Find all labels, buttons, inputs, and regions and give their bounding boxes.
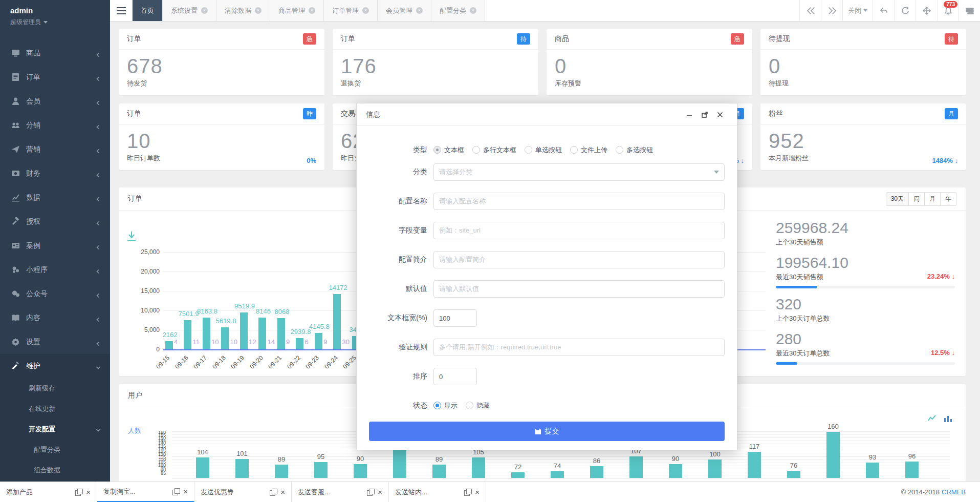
tab-close-icon[interactable]: × [309,7,315,14]
sidebar-subitem-组合数据[interactable]: 组合数据 [0,460,110,480]
sidebar-item-维护[interactable]: 维护 [0,354,110,378]
sidebar-item-授权[interactable]: 授权 [0,210,110,234]
sidebar-item-设置[interactable]: 设置 [0,330,110,354]
username: admin [10,6,110,15]
field-label: 默认值 [357,284,427,294]
sidebar-item-商品[interactable]: 商品 [0,41,110,65]
copy-window-icon[interactable] [75,489,82,495]
chevron-left-icon [96,171,101,176]
refresh-icon[interactable] [894,0,916,21]
copy-window-icon[interactable] [367,489,374,495]
sidebar-item-内容[interactable]: 内容 [0,306,110,330]
minimize-icon[interactable] [682,103,697,126]
period-button-周[interactable]: 周 [909,192,925,206]
tab-首页[interactable]: 首页 [133,0,163,21]
tab-close-icon[interactable]: × [201,7,208,14]
sidebar-item-分销[interactable]: 分销 [0,113,110,137]
radio-多行文本框[interactable]: 多行文本框 [472,145,516,155]
radio-文本框[interactable]: 文本框 [433,145,464,155]
subitem-label: 开发配置 [29,425,96,434]
role-dropdown[interactable]: 超级管理员 [10,18,110,27]
modal-header[interactable]: 信息 [357,103,737,126]
radio-文件上传[interactable]: 文件上传 [570,145,607,155]
tab-配置分类[interactable]: 配置分类× [431,0,485,21]
copy-window-icon[interactable] [464,489,471,495]
tab-close-icon[interactable]: × [416,7,423,14]
sidebar-item-小程序[interactable]: 小程序 [0,258,110,282]
brand-link[interactable]: CRMEB [942,488,966,496]
taskbar-item-发送优惠券[interactable]: 发送优惠券× [194,482,292,502]
list-icon[interactable] [959,0,980,21]
stat-card-订单-退换货: 订单待176退换货 [333,29,538,95]
maximize-icon[interactable] [697,103,712,126]
hamburger-menu-icon[interactable] [110,0,133,21]
sales-stat-row: 320上个30天订单总数 [776,296,955,323]
forward-icon[interactable] [821,0,842,21]
field-label: 分类 [357,168,427,177]
radio-隐藏[interactable]: 隐藏 [466,401,490,410]
sidebar-subitem-配置分类[interactable]: 配置分类 [0,440,110,460]
taskbar-item-复制淘宝...[interactable]: 复制淘宝...× [97,482,194,502]
user-bar [905,462,919,478]
input-字段变量[interactable]: 例如：site_url [433,222,725,239]
taskbar-item-发送客服...[interactable]: 发送客服...× [292,482,389,502]
input-配置简介[interactable]: 请输入配置简介 [433,251,725,268]
radio-多选按钮[interactable]: 多选按钮 [616,145,653,155]
chevron-left-icon [96,75,101,80]
input-默认值[interactable]: 请输入默认值 [433,280,725,298]
tab-商品管理[interactable]: 商品管理× [270,0,324,21]
sidebar-item-财务[interactable]: 财务 [0,161,110,185]
sidebar-item-订单[interactable]: 订单 [0,65,110,89]
card-header: 订单待 [333,29,538,50]
tab-清除数据[interactable]: 清除数据× [216,0,270,21]
copy-window-icon[interactable] [270,489,276,495]
field-label: 状态 [357,401,427,410]
input-配置名称[interactable]: 请输入配置名称 [433,193,725,210]
select-分类[interactable]: 请选择分类 [433,163,725,181]
copy-window-icon[interactable] [172,488,179,495]
close-icon[interactable] [712,103,728,126]
tab-close-icon[interactable]: × [255,7,262,14]
close-icon[interactable]: × [475,488,480,496]
bell-icon[interactable]: 773 [937,0,959,21]
close-icon[interactable]: × [280,488,285,496]
submit-button[interactable]: 提交 [369,422,725,441]
period-button-年[interactable]: 年 [941,192,956,206]
sidebar-item-案例[interactable]: 案例 [0,234,110,258]
sidebar-subitem-在线更新[interactable]: 在线更新 [0,399,110,419]
close-icon[interactable]: × [378,488,382,496]
sidebar-item-营销[interactable]: 营销 [0,137,110,161]
backward-icon[interactable] [799,0,821,21]
user-bar [866,463,879,478]
tab-系统设置[interactable]: 系统设置× [163,0,216,21]
field-label: 配置名称 [357,197,427,206]
tab-close-icon[interactable]: × [470,7,476,14]
fullscreen-icon[interactable] [916,0,937,21]
form-row-文本框宽(%): 文本框宽(%)100 [357,309,725,327]
close-icon[interactable]: × [183,487,188,496]
period-button-月[interactable]: 月 [925,192,941,206]
undo-icon[interactable] [873,0,894,21]
stat-value: 199564.10 [776,254,955,271]
radio-显示[interactable]: 显示 [433,401,458,410]
user-bar [314,462,328,478]
sidebar-item-数据[interactable]: 数据 [0,185,110,210]
close-dropdown[interactable]: 关闭 [842,0,873,21]
tab-close-icon[interactable]: × [362,7,369,14]
taskbar-item-发送站内...[interactable]: 发送站内...× [389,482,486,502]
sidebar-item-会员[interactable]: 会员 [0,89,110,113]
radio-单选按钮[interactable]: 单选按钮 [525,145,562,155]
sidebar-subitem-开发配置[interactable]: 开发配置 [0,419,110,440]
sidebar-subitem-刷新缓存[interactable]: 刷新缓存 [0,378,110,399]
taskbar-item-添加产品[interactable]: 添加产品× [0,482,97,502]
input-文本框宽(%)[interactable]: 100 [433,309,477,327]
x-axis-line [172,478,950,478]
input-排序[interactable]: 0 [433,368,477,385]
sidebar-item-公众号[interactable]: 公众号 [0,282,110,306]
close-icon[interactable]: × [86,488,91,496]
tab-会员管理[interactable]: 会员管理× [378,0,431,21]
tab-订单管理[interactable]: 订单管理× [324,0,378,21]
period-button-30天[interactable]: 30天 [886,192,909,206]
order-bar [165,341,173,349]
input-验证规则[interactable]: 多个请用,隔开例如：required:true,url:true [433,339,725,356]
